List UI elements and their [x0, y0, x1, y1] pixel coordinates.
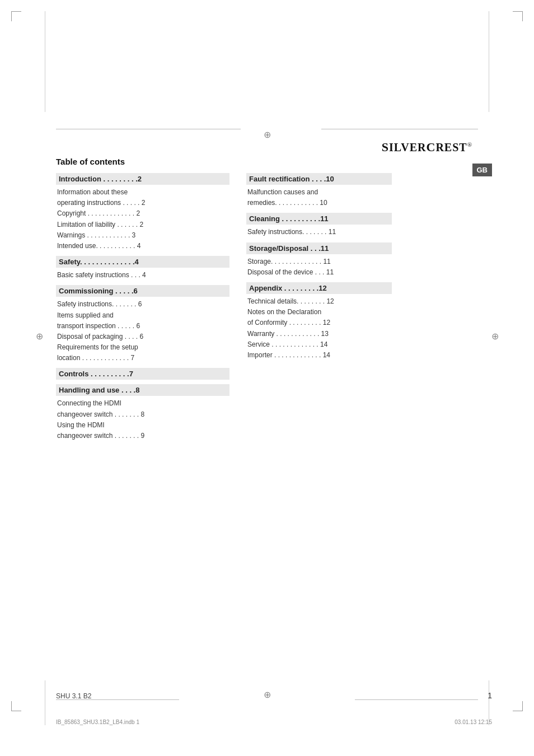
corner-mark-tr [513, 11, 523, 21]
toc-item-declaration: Notes on the Declarationof Conformity . … [246, 307, 392, 328]
toc-item-items-supplied: Items supplied andtransport inspection .… [56, 310, 229, 332]
toc-columns: Introduction . . . . . . . . .2 Informat… [56, 173, 476, 441]
toc-item-cleaning-safety: Safety instructions. . . . . . . 11 [246, 227, 392, 237]
toc-item-warnings: Warnings . . . . . . . . . . . . 3 [56, 230, 229, 241]
toc-item-operating-instructions: Information about theseoperating instruc… [56, 187, 229, 208]
file-info-left: IB_85863_SHU3.1B2_LB4.indb 1 [56, 719, 139, 725]
footer-model: SHU 3.1 B2 [56, 692, 91, 700]
toc-header-storage: Storage/Disposal . . .11 [246, 242, 392, 254]
toc-item-liability: Limitation of liability . . . . . . 2 [56, 220, 229, 230]
logo-text: SilverCrest [382, 140, 467, 154]
file-info: IB_85863_SHU3.1B2_LB4.indb 1 03.01.13 12… [56, 719, 492, 725]
toc-item-importer: Importer . . . . . . . . . . . . . 14 [246, 350, 392, 361]
toc-item-connecting-hdmi: Connecting the HDMIchangeover switch . .… [56, 398, 229, 419]
toc-header-handling: Handling and use . . . .8 [56, 384, 229, 396]
toc-item-requirements: Requirements for the setuplocation . . .… [56, 342, 229, 363]
hline-top-left [56, 129, 241, 129]
toc-left-column: Introduction . . . . . . . . .2 Informat… [56, 173, 229, 441]
vertical-line-left [45, 11, 45, 112]
toc-item-basic-safety: Basic safety instructions . . . 4 [56, 270, 229, 281]
logo-trademark: ® [467, 141, 472, 148]
content-area: Table of contents Introduction . . . . .… [56, 157, 476, 441]
corner-mark-bl [11, 701, 21, 711]
reg-mark-top [261, 129, 273, 140]
toc-item-technical-details: Technical details. . . . . . . . 12 [246, 296, 392, 307]
toc-item-warranty: Warranty . . . . . . . . . . . . 13 [246, 329, 392, 339]
toc-right-column: Fault rectification . . . .10 Malfunctio… [246, 173, 392, 361]
reg-mark-right [489, 330, 500, 342]
toc-header-appendix: Appendix . . . . . . . . .12 [246, 282, 392, 294]
toc-item-intended-use: Intended use. . . . . . . . . . . 4 [56, 241, 229, 251]
silvercrest-logo: SilverCrest® [382, 140, 472, 155]
corner-mark-tl [11, 11, 21, 21]
toc-header-cleaning: Cleaning . . . . . . . . . .11 [246, 213, 392, 225]
toc-item-using-hdmi: Using the HDMIchangeover switch . . . . … [56, 420, 229, 441]
vertical-line-bottom-right [489, 680, 489, 725]
toc-title: Table of contents [56, 157, 476, 166]
corner-mark-br [513, 701, 523, 711]
toc-item-safety-instructions: Safety instructions. . . . . . . 6 [56, 299, 229, 310]
toc-header-fault: Fault rectification . . . .10 [246, 173, 392, 185]
toc-item-disposal-packaging: Disposal of packaging . . . . 6 [56, 332, 229, 342]
footer-area: SHU 3.1 B2 1 [56, 691, 492, 700]
hline-top-right [321, 129, 478, 129]
toc-item-disposal-device: Disposal of the device . . . 11 [246, 267, 392, 278]
toc-header-safety: Safety. . . . . . . . . . . . . .4 [56, 256, 229, 268]
toc-item-malfunction: Malfunction causes andremedies. . . . . … [246, 187, 392, 208]
vertical-line-bottom-left [45, 680, 45, 725]
vertical-line-right [489, 11, 489, 112]
toc-header-commissioning: Commissioning . . . . .6 [56, 285, 229, 297]
file-info-right: 03.01.13 12:15 [455, 719, 492, 725]
reg-mark-left [34, 330, 45, 342]
toc-item-copyright: Copyright . . . . . . . . . . . . . 2 [56, 208, 229, 219]
toc-item-service: Service . . . . . . . . . . . . . 14 [246, 339, 392, 350]
toc-item-storage: Storage. . . . . . . . . . . . . . 11 [246, 256, 392, 267]
footer-page: 1 [488, 691, 492, 700]
toc-header-controls: Controls . . . . . . . . . .7 [56, 368, 229, 380]
toc-header-introduction: Introduction . . . . . . . . .2 [56, 173, 229, 185]
page: SilverCrest® GB Table of contents Introd… [0, 0, 534, 756]
